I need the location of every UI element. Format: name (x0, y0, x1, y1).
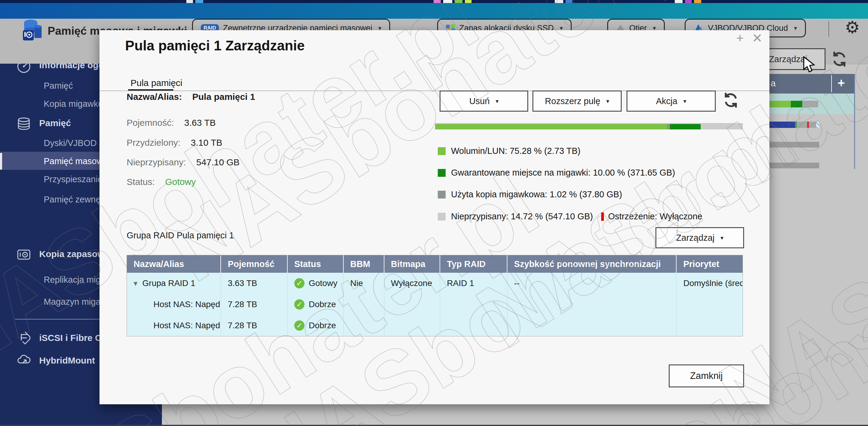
legend-text: Wolumin/LUN: 75.28 % (2.73 TB) (451, 146, 580, 156)
add-tab-icon[interactable]: + (736, 32, 744, 45)
legend-swatch (438, 147, 445, 155)
legend-swatch (438, 191, 445, 199)
usage-segment-volume (435, 124, 667, 130)
col-bbm[interactable]: BBM (344, 255, 384, 273)
warning-text: Ostrzeżenie: Wyłączone (608, 211, 702, 222)
taskbar-fragment (685, 0, 692, 3)
sidebar-group-storage[interactable]: Pamięć (39, 118, 71, 128)
window-title-band (0, 3, 868, 19)
taskbar-strip (0, 0, 868, 3)
expand-pool-button[interactable]: Rozszerz pulę ▾ (532, 90, 622, 112)
table-row-drive-2[interactable]: Host NAS: Napęd 2 7.28 TB ✓ Dobrze (127, 315, 743, 336)
pool-usage-bar (435, 123, 743, 130)
col-bitmap[interactable]: Bitmapa (384, 255, 440, 273)
manage-raid-button[interactable]: Zarządzaj ▾ (655, 227, 744, 248)
taskbar-fragment (443, 0, 452, 3)
col-name[interactable]: Nazwa/Alias (127, 255, 221, 273)
background-manage-label: Zarządzaj (769, 54, 807, 64)
taskbar-fragment (195, 0, 203, 3)
col-status[interactable]: Status (288, 255, 344, 273)
legend-text: Użyta kopia migawkowa: 1.02 % (37.80 GB) (451, 190, 622, 199)
col-capacity[interactable]: Pojemność (221, 255, 288, 273)
action-label: Akcja (656, 96, 678, 106)
cloud-icon (17, 353, 31, 367)
field-unassigned: Nieprzypisany: 547.10 GB (127, 157, 240, 167)
cell-status: Dobrze (309, 321, 336, 330)
cell-status: Gotowy (309, 279, 337, 288)
cell-resync (507, 294, 677, 315)
iscsi-icon (17, 331, 31, 345)
refresh-icon[interactable] (722, 91, 739, 109)
usage-segment-unassigned (701, 124, 743, 130)
legend-guaranteed: Gwarantowane miejsce na migawki: 10.00 %… (438, 168, 675, 178)
background-bar-gray (797, 121, 807, 128)
cell-capacity: 3.63 TB (221, 273, 288, 294)
cell-raid-type (440, 315, 507, 336)
status-ok-icon: ✓ (294, 320, 305, 331)
close-icon[interactable]: ✕ (752, 32, 763, 45)
sidebar-group-backup[interactable]: Kopia zapasowa (39, 249, 110, 259)
sidebar-item-storage-info[interactable]: Pamięć (44, 81, 73, 91)
raid-group-label: Grupa RAID Pula pamięci 1 (127, 230, 234, 240)
background-add-icon[interactable]: + (838, 76, 845, 90)
table-header-row: Nazwa/Alias Pojemność Status BBM Bitmapa… (127, 255, 743, 273)
cell-bitmap (384, 315, 440, 336)
taskbar-fragment (555, 0, 563, 3)
field-status: Status: Gotowy (127, 177, 196, 187)
expand-chevron-icon[interactable]: ▾ (133, 279, 137, 288)
background-usage-guaranteed (791, 101, 802, 107)
mouse-cursor (803, 56, 818, 73)
pool-management-dialog: Pula pamięci 1 Zarządzanie + ✕ Pula pami… (99, 30, 769, 404)
status-ok-icon: ✓ (294, 299, 305, 310)
field-allocated: Przydzielony: 3.10 TB (127, 138, 222, 148)
col-priority[interactable]: Priorytet (677, 255, 742, 273)
raid-group-table: Nazwa/Alias Pojemność Status BBM Bitmapa… (127, 255, 743, 336)
dialog-title: Pula pamięci 1 Zarządzanie (125, 37, 305, 54)
settings-gear-icon[interactable]: ⚙ (845, 18, 860, 37)
chevron-down-icon: ▾ (496, 98, 499, 105)
bottom-edge (0, 425, 868, 426)
cell-bitmap: Wyłączone (384, 273, 440, 294)
header-divider (829, 21, 829, 37)
sidebar-scroll-thumb[interactable] (0, 153, 2, 170)
col-resync-speed[interactable]: Szybkość ponownej synchronizacji (507, 255, 677, 273)
background-window-edge (854, 74, 855, 169)
cell-bbm (344, 315, 384, 336)
cell-capacity: 7.28 TB (221, 294, 288, 315)
chevron-down-icon: ▾ (794, 24, 797, 32)
cell-name: Host NAS: Napęd 2 (127, 315, 221, 336)
sidebar-item-disks-vjbod[interactable]: Dyski/VJBOD (44, 138, 97, 148)
cell-resync (507, 315, 677, 336)
cell-priority (677, 294, 742, 315)
camera-icon (17, 247, 31, 262)
sidebar-group-hybridmount[interactable]: HybridMount (39, 356, 95, 366)
background-usage-free (802, 101, 818, 107)
cell-name: Grupa RAID 1 (142, 279, 195, 288)
cell-raid-type (440, 294, 507, 315)
action-button[interactable]: Akcja ▾ (626, 90, 716, 112)
delete-button[interactable]: Usuń ▾ (440, 90, 528, 112)
taskbar-fragment (694, 0, 701, 3)
background-refresh-icon[interactable] (831, 50, 848, 68)
taskbar-fragment (675, 0, 683, 3)
legend-volume: Wolumin/LUN: 75.28 % (2.73 TB) (438, 146, 580, 156)
tab-storage-pool[interactable]: Pula pamięci (130, 78, 182, 88)
field-value: Pula pamięci 1 (192, 92, 255, 102)
taskbar-fragment (455, 0, 463, 3)
cell-capacity: 7.28 TB (221, 315, 288, 336)
field-label: Nazwa/Alias: (127, 92, 182, 102)
col-raid-type[interactable]: Typ RAID (440, 255, 507, 273)
legend-swatch (438, 169, 445, 177)
taskbar-fragment (566, 0, 572, 3)
table-row-raid-group[interactable]: ▾ Grupa RAID 1 3.63 TB ✓ Gotowy Nie Wyłą… (127, 273, 743, 294)
field-name-alias: Nazwa/Alias: Pula pamięci 1 (127, 92, 255, 102)
close-button[interactable]: Zamknij (669, 365, 744, 388)
disks-icon (17, 117, 31, 131)
usage-segment-snapshot-used (667, 124, 670, 130)
field-value: 3.63 TB (184, 118, 216, 127)
table-row-drive-1[interactable]: Host NAS: Napęd 1 7.28 TB ✓ Dobrze (127, 294, 743, 315)
cell-bitmap (384, 294, 440, 315)
taskbar-fragment (186, 0, 193, 3)
storage-snapshots-app-icon (21, 17, 43, 44)
gauge-icon (17, 64, 31, 74)
